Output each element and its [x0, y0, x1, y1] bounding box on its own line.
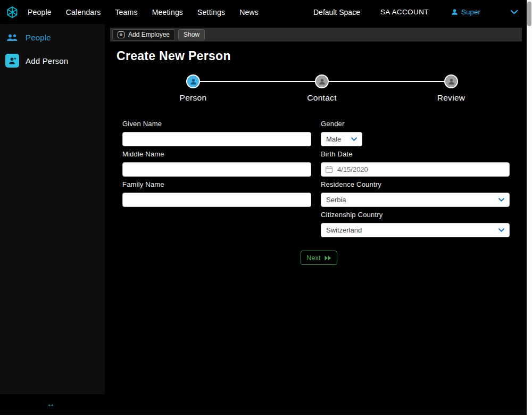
add-employee-label: Add Employee — [128, 31, 170, 38]
people-icon — [5, 34, 19, 42]
main-nav: People Calendars Teams Meetings Settings… — [28, 8, 259, 16]
given-name-field: Given Name — [122, 120, 311, 146]
person-icon — [190, 78, 197, 85]
user-menu-dropdown[interactable] — [510, 10, 518, 14]
plus-icon: + — [118, 31, 124, 38]
given-name-input[interactable] — [122, 132, 311, 146]
user-icon — [451, 9, 458, 15]
family-name-label: Family Name — [122, 180, 311, 188]
next-label: Next — [306, 254, 321, 262]
nav-item-settings[interactable]: Settings — [197, 8, 225, 16]
middle-name-input[interactable] — [122, 162, 311, 177]
navbar-right: Default Space SA ACCOUNT Super — [313, 8, 518, 16]
user-name: Super — [461, 8, 480, 16]
person-add-icon — [5, 54, 19, 68]
person-icon — [319, 78, 326, 85]
horizontal-arrows-icon: ↔ — [47, 399, 55, 408]
vertical-scrollbar[interactable] — [527, 0, 532, 410]
step-label: Contact — [287, 93, 356, 103]
sidebar: People Add Person — [0, 24, 105, 394]
nav-item-meetings[interactable]: Meetings — [152, 8, 183, 16]
sidebar-item-people[interactable]: People — [0, 28, 105, 47]
citizenship-country-label: Citizenship Country — [321, 211, 510, 219]
nav-item-teams[interactable]: Teams — [115, 8, 137, 16]
residence-country-value: Serbia — [326, 196, 346, 204]
birth-date-field: Birth Date — [321, 150, 510, 177]
nav-item-people[interactable]: People — [28, 8, 52, 16]
gender-label: Gender — [321, 120, 362, 128]
middle-name-field: Middle Name — [122, 150, 311, 177]
citizenship-country-field: Citizenship Country Switzerland — [321, 211, 510, 237]
show-button[interactable]: Show — [178, 29, 205, 40]
chevron-down-icon — [351, 137, 357, 141]
step-label: Review — [417, 93, 486, 103]
nav-item-news[interactable]: News — [239, 8, 259, 16]
chevron-down-icon — [510, 10, 518, 14]
step-label: Person — [159, 93, 228, 103]
add-employee-button[interactable]: + Add Employee — [112, 29, 175, 40]
sidebar-item-label: People — [26, 33, 51, 42]
step-circle-review[interactable] — [444, 74, 458, 88]
person-icon — [448, 78, 455, 85]
brand-logo[interactable] — [4, 4, 20, 20]
birth-date-input[interactable] — [321, 162, 510, 177]
residence-country-label: Residence Country — [321, 180, 510, 188]
account-menu[interactable]: SA ACCOUNT — [380, 8, 429, 16]
given-name-label: Given Name — [122, 120, 311, 128]
gender-field: Gender Male — [321, 120, 362, 146]
next-button[interactable]: Next — [301, 251, 337, 265]
family-name-input[interactable] — [122, 193, 311, 207]
user-menu[interactable]: Super — [451, 8, 480, 16]
residence-country-field: Residence Country Serbia — [321, 180, 510, 207]
fast-forward-icon — [325, 255, 331, 261]
step-contact: Contact — [287, 74, 356, 103]
main-content: + Add Employee Show Create New Person Pe… — [105, 24, 527, 415]
middle-name-label: Middle Name — [122, 150, 311, 158]
gender-select[interactable]: Male — [321, 132, 362, 146]
nav-item-calendars[interactable]: Calendars — [66, 8, 101, 16]
chevron-down-icon — [498, 198, 504, 202]
step-circle-contact[interactable] — [315, 74, 329, 88]
sidebar-item-add-person[interactable]: Add Person — [0, 49, 105, 72]
residence-country-select[interactable]: Serbia — [321, 193, 510, 207]
page-title: Create New Person — [117, 49, 231, 63]
chevron-down-icon — [498, 228, 504, 232]
scrollbar-thumb[interactable] — [527, 2, 531, 26]
birth-date-wrapper — [321, 162, 510, 177]
top-navbar: People Calendars Teams Meetings Settings… — [0, 0, 527, 24]
citizenship-country-value: Switzerland — [326, 226, 362, 234]
step-person: Person — [159, 74, 228, 103]
birth-date-label: Birth Date — [321, 150, 510, 158]
toolbar: + Add Employee Show — [110, 28, 522, 42]
step-circle-person[interactable] — [186, 74, 200, 88]
horizontal-scrollbar[interactable] — [0, 410, 527, 415]
sidebar-collapse-toggle[interactable]: ↔ — [47, 399, 55, 408]
scrollbar-corner — [527, 410, 532, 415]
step-review: Review — [417, 74, 486, 103]
family-name-field: Family Name — [122, 180, 311, 207]
sidebar-item-label: Add Person — [26, 56, 68, 65]
gender-value: Male — [326, 135, 341, 143]
snowflake-logo-icon — [5, 5, 19, 19]
citizenship-country-select[interactable]: Switzerland — [321, 223, 510, 237]
space-selector[interactable]: Default Space — [313, 8, 360, 16]
